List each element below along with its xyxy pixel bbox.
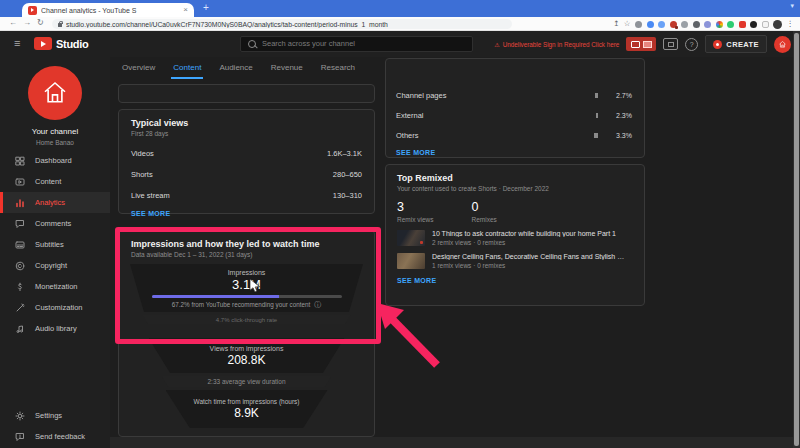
screen: Channel analytics - YouTube S × + ▾ ← → … bbox=[0, 0, 800, 448]
browser-tab[interactable]: Channel analytics - YouTube S × bbox=[22, 3, 194, 17]
extension-icon[interactable] bbox=[727, 21, 734, 28]
remixed-video-row[interactable]: Designer Ceiling Fans, Decorative Ceilin… bbox=[397, 253, 633, 269]
page-scrollbar[interactable] bbox=[793, 31, 800, 448]
progress-bar bbox=[152, 295, 342, 298]
sidebar-item-monetization[interactable]: Monetization bbox=[0, 276, 110, 297]
info-icon[interactable]: ⓘ bbox=[314, 301, 321, 308]
extension-icon[interactable] bbox=[658, 21, 665, 28]
create-button[interactable]: CREATE bbox=[705, 35, 767, 53]
tab-revenue[interactable]: Revenue bbox=[271, 63, 303, 79]
extension-icon[interactable] bbox=[647, 21, 654, 28]
extension-icon[interactable] bbox=[681, 21, 688, 28]
metric-row[interactable]: Live stream 130–310 bbox=[131, 191, 362, 200]
stat-label: Remix views bbox=[397, 216, 433, 223]
funnel-caption: 67.2% from YouTube recommending your con… bbox=[172, 301, 310, 308]
search-icon bbox=[248, 40, 256, 48]
extension-icon[interactable] bbox=[739, 21, 746, 28]
feedback-icon bbox=[14, 431, 25, 442]
sidebar-item-dashboard[interactable]: Dashboard bbox=[0, 150, 110, 171]
sidebar-item-label: Content bbox=[35, 177, 61, 186]
reload-button[interactable]: ↻ bbox=[37, 18, 44, 27]
share-icon[interactable]: ↥ bbox=[613, 20, 619, 28]
video-title: 10 Things to ask contractor while buildi… bbox=[432, 230, 616, 237]
channel-name: Your channel bbox=[0, 127, 110, 136]
extension-icon[interactable] bbox=[635, 21, 642, 28]
studio-logo-text: Studio bbox=[56, 38, 88, 50]
sidebar-item-customization[interactable]: Customization bbox=[0, 297, 110, 318]
sidebar-item-content[interactable]: Content bbox=[0, 171, 110, 192]
traffic-bar bbox=[595, 93, 598, 98]
traffic-row[interactable]: External 2.3% bbox=[396, 105, 632, 125]
window-control-icon[interactable]: ▾ bbox=[790, 2, 794, 10]
address-bar[interactable]: studio.youtube.com/channel/UCa0uvkCrF7N7… bbox=[52, 19, 512, 29]
funnel-impressions-step[interactable]: Impressions 3.1M 67.2% from YouTube reco… bbox=[130, 264, 363, 312]
card-subtitle: First 28 days bbox=[131, 130, 362, 137]
funnel-value: 8.9K bbox=[234, 406, 259, 420]
tab-audience[interactable]: Audience bbox=[219, 63, 252, 79]
traffic-row[interactable]: Others 3.3% bbox=[396, 125, 632, 145]
remixed-video-row[interactable]: 10 Things to ask contractor while buildi… bbox=[397, 230, 633, 246]
sidebar-item-copyright[interactable]: Copyright bbox=[0, 255, 110, 276]
traffic-sources-card: Channel pages 2.7% External 2.3% Others … bbox=[385, 58, 645, 158]
stat-value: 3 bbox=[397, 200, 433, 214]
subtitles-icon bbox=[14, 239, 25, 250]
studio-logo[interactable]: Studio bbox=[34, 37, 88, 50]
metric-row[interactable]: Videos 1.6K–3.1K bbox=[131, 149, 362, 158]
metric-value: 130–310 bbox=[333, 191, 362, 200]
tab-content[interactable]: Content bbox=[173, 63, 201, 79]
hamburger-menu-icon[interactable]: ≡ bbox=[14, 37, 20, 49]
funnel-views-step[interactable]: Views from impressions 208.8K bbox=[149, 338, 345, 373]
search-box[interactable] bbox=[240, 36, 473, 52]
scrollbar-thumb[interactable] bbox=[794, 33, 799, 446]
sidebar-item-analytics[interactable]: Analytics bbox=[0, 192, 110, 213]
ctr-caption: 4.7% click-through rate bbox=[216, 317, 277, 323]
tab-close-icon[interactable]: × bbox=[183, 6, 188, 14]
traffic-row[interactable]: Channel pages 2.7% bbox=[396, 85, 632, 105]
lock-icon bbox=[58, 23, 62, 27]
channel-avatar[interactable] bbox=[28, 66, 82, 120]
sidebar-item-comments[interactable]: Comments bbox=[0, 213, 110, 234]
help-icon[interactable]: ? bbox=[685, 38, 698, 51]
sidebar-item-settings[interactable]: Settings bbox=[0, 405, 110, 426]
recording-alert-button[interactable] bbox=[626, 37, 656, 51]
warning-icon: ⚠ bbox=[494, 41, 499, 48]
sidebar-item-label: Subtitles bbox=[35, 240, 64, 249]
comments-icon bbox=[14, 218, 25, 229]
traffic-bar bbox=[596, 113, 598, 118]
card-subtitle: Data available Dec 1 – 31, 2022 (31 days… bbox=[131, 251, 362, 258]
see-more-link[interactable]: SEE MORE bbox=[396, 149, 632, 156]
extension-icon[interactable] bbox=[716, 21, 723, 28]
header-actions: ⚠ Undeliverable Sign in Required Click h… bbox=[494, 31, 791, 57]
bookmark-star-icon[interactable]: ☆ bbox=[624, 20, 631, 28]
back-button[interactable]: ← bbox=[9, 18, 17, 27]
metric-row[interactable]: Shorts 280–650 bbox=[131, 170, 362, 179]
sidebar-item-audio-library[interactable]: Audio library bbox=[0, 318, 110, 339]
sidebar-item-label: Monetization bbox=[35, 282, 78, 291]
funnel-watch-time-step[interactable]: Watch time from impressions (hours) 8.9K bbox=[166, 390, 328, 428]
see-more-link[interactable]: SEE MORE bbox=[131, 210, 362, 217]
audio-library-icon bbox=[14, 323, 25, 334]
see-more-link[interactable]: SEE MORE bbox=[397, 277, 633, 284]
tab-research[interactable]: Research bbox=[321, 63, 355, 79]
forward-button[interactable]: → bbox=[23, 18, 31, 27]
sidebar-item-label: Settings bbox=[35, 411, 62, 420]
traffic-label: External bbox=[396, 111, 596, 120]
extension-icon[interactable] bbox=[704, 21, 711, 28]
video-camera-icon[interactable] bbox=[663, 38, 678, 50]
new-tab-button[interactable]: + bbox=[203, 2, 209, 13]
browser-profile-avatar[interactable] bbox=[773, 20, 782, 29]
account-avatar[interactable] bbox=[774, 36, 791, 53]
extension-icon[interactable] bbox=[693, 21, 700, 28]
duration-caption: 2:33 average view duration bbox=[207, 378, 285, 385]
sidebar-item-send-feedback[interactable]: Send feedback bbox=[0, 426, 110, 447]
tab-overview[interactable]: Overview bbox=[122, 63, 155, 79]
sidebar-item-subtitles[interactable]: Subtitles bbox=[0, 234, 110, 255]
extension-icon[interactable] bbox=[750, 21, 757, 28]
extension-icon[interactable] bbox=[762, 21, 769, 28]
extension-icon[interactable] bbox=[670, 21, 677, 28]
warning-banner[interactable]: ⚠ Undeliverable Sign in Required Click h… bbox=[494, 41, 619, 48]
search-input[interactable] bbox=[262, 39, 465, 48]
browser-menu-icon[interactable]: ⋮ bbox=[787, 20, 795, 28]
tab-title: Channel analytics - YouTube S bbox=[41, 7, 179, 14]
impressions-funnel: Impressions 3.1M 67.2% from YouTube reco… bbox=[131, 264, 362, 428]
